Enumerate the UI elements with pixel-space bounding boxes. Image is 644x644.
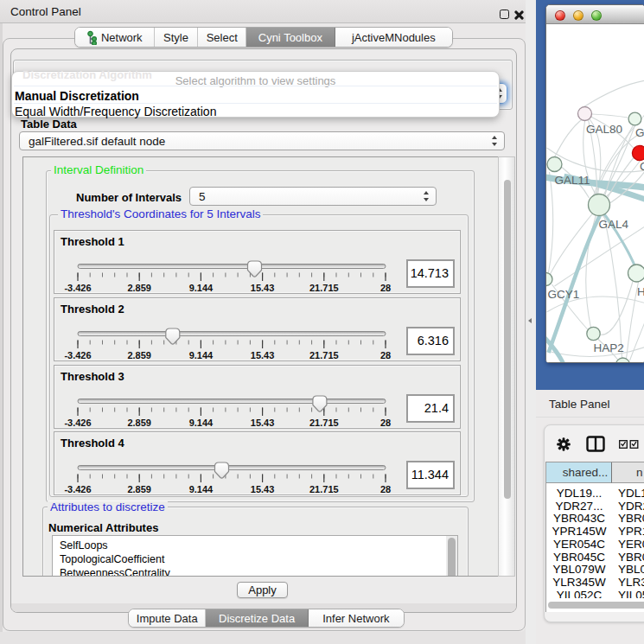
svg-text:C: C <box>640 160 644 173</box>
svg-text:HAP2: HAP2 <box>594 341 624 354</box>
svg-text:HI: HI <box>637 285 644 298</box>
svg-text:GAL4: GAL4 <box>599 218 629 231</box>
svg-text:GAL80: GAL80 <box>586 123 622 136</box>
svg-text:GCY1: GCY1 <box>548 288 580 301</box>
svg-text:GA: GA <box>635 126 644 139</box>
svg-text:GAL11: GAL11 <box>555 174 590 187</box>
